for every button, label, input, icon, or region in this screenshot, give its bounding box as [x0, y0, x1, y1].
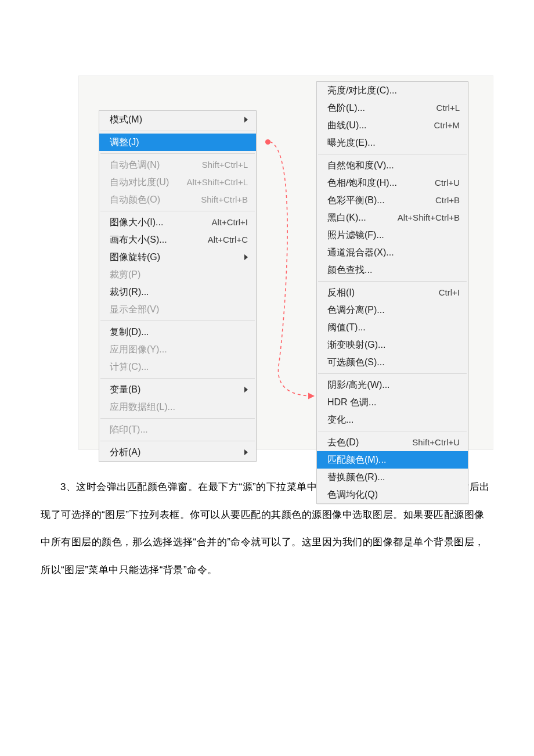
menu-item-vibrance[interactable]: 自然饱和度(V)... [317, 157, 468, 174]
menu-item-shortcut: Alt+Ctrl+I [211, 216, 248, 229]
menu-item-curves[interactable]: 曲线(U)...Ctrl+M [317, 117, 468, 134]
menu-separator [100, 441, 255, 441]
menu-separator [100, 153, 255, 154]
menu-item-label: 画布大小(S)... [110, 233, 167, 246]
menu-item-label: 通道混合器(X)... [327, 246, 394, 259]
menu-item-label: 自然饱和度(V)... [327, 159, 394, 172]
menu-item-shortcut: Ctrl+U [435, 177, 460, 189]
menu-item-label: 图像旋转(G) [110, 251, 160, 264]
menu-item-label: 曝光度(E)... [327, 136, 376, 149]
menu-item-label: 色阶(L)... [327, 102, 365, 114]
menu-item-hue-saturation[interactable]: 色相/饱和度(H)...Ctrl+U [317, 174, 468, 192]
menu-item-shortcut: Ctrl+B [435, 194, 460, 207]
menu-item-crop[interactable]: 裁剪(P) [99, 266, 256, 283]
menu-item-reveal-all[interactable]: 显示全部(V) [99, 301, 256, 318]
screenshot-area: 模式(M)调整(J)自动色调(N)Shift+Ctrl+L自动对比度(U)Alt… [78, 75, 493, 450]
menu-item-selective-color[interactable]: 可选颜色(S)... [317, 354, 468, 371]
menu-item-apply-image[interactable]: 应用图像(Y)... [99, 341, 256, 358]
menu-item-levels[interactable]: 色阶(L)...Ctrl+L [317, 99, 468, 117]
menu-item-shortcut: Shift+Ctrl+B [201, 193, 248, 206]
menu-item-calculations[interactable]: 计算(C)... [99, 358, 256, 376]
menu-item-apply-data-set[interactable]: 应用数据组(L)... [99, 398, 256, 416]
menu-item-label: 裁切(R)... [110, 286, 149, 298]
submenu-arrow-icon [244, 449, 248, 455]
submenu-arrow-icon [244, 387, 248, 393]
menu-item-canvas-size[interactable]: 画布大小(S)...Alt+Ctrl+C [99, 231, 256, 249]
menu-item-color-balance[interactable]: 色彩平衡(B)...Ctrl+B [317, 192, 468, 209]
menu-item-label: 调整(J) [110, 136, 139, 149]
menu-item-label: 曲线(U)... [327, 119, 367, 132]
menu-separator [318, 154, 467, 154]
menu-item-brightness-contrast[interactable]: 亮度/对比度(C)... [317, 82, 468, 99]
menu-separator [100, 378, 255, 379]
menu-item-trim[interactable]: 裁切(R)... [99, 283, 256, 301]
menu-item-shadows-highlights[interactable]: 阴影/高光(W)... [317, 376, 468, 394]
menu-item-label: 阴影/高光(W)... [327, 379, 390, 391]
menu-item-label: 色彩平衡(B)... [327, 194, 385, 207]
menu-item-image-rotate[interactable]: 图像旋转(G) [99, 249, 256, 266]
menu-item-label: 计算(C)... [110, 361, 149, 373]
menu-item-posterize[interactable]: 色调分离(P)... [317, 301, 468, 319]
menu-item-shortcut: Ctrl+I [439, 286, 460, 299]
menu-item-analysis[interactable]: 分析(A) [99, 444, 256, 461]
menu-item-label: 自动颜色(O) [110, 193, 160, 206]
menu-item-label: 反相(I) [327, 286, 355, 299]
image-menu: 模式(M)调整(J)自动色调(N)Shift+Ctrl+L自动对比度(U)Alt… [99, 110, 257, 462]
menu-separator [318, 373, 467, 374]
menu-item-label: 变化... [327, 413, 353, 426]
menu-item-adjust[interactable]: 调整(J) [99, 134, 256, 151]
menu-item-label: 模式(M) [110, 113, 142, 126]
menu-item-shortcut: Alt+Shift+Ctrl+B [398, 211, 460, 224]
menu-item-label: 亮度/对比度(C)... [327, 84, 397, 97]
menu-item-label: 色调分离(P)... [327, 304, 385, 316]
menu-item-label: 变量(B) [110, 383, 140, 396]
menu-item-gradient-map[interactable]: 渐变映射(G)... [317, 336, 468, 354]
menu-item-match-color[interactable]: 匹配颜色(M)... [317, 451, 468, 469]
menu-item-variations[interactable]: 变化... [317, 411, 468, 429]
menu-item-label: 可选颜色(S)... [327, 356, 385, 369]
menu-item-shortcut: Shift+Ctrl+U [412, 436, 460, 449]
menu-item-label: 分析(A) [110, 446, 140, 459]
menu-item-shortcut: Alt+Ctrl+C [208, 233, 248, 246]
menu-item-variables[interactable]: 变量(B) [99, 381, 256, 398]
menu-item-label: 黑白(K)... [327, 211, 366, 224]
menu-item-photo-filter[interactable]: 照片滤镜(F)... [317, 226, 468, 244]
menu-item-black-white[interactable]: 黑白(K)...Alt+Shift+Ctrl+B [317, 209, 468, 226]
menu-item-shortcut: Alt+Shift+Ctrl+L [187, 176, 248, 189]
menu-item-color-lookup[interactable]: 颜色查找... [317, 261, 468, 279]
menu-item-equalize[interactable]: 色调均化(Q) [317, 486, 468, 503]
menu-item-label: 自动色调(N) [110, 159, 160, 171]
menu-item-replace-color[interactable]: 替换颜色(R)... [317, 469, 468, 486]
submenu-arrow-icon [244, 117, 248, 123]
menu-item-label: 去色(D) [327, 436, 359, 449]
menu-item-label: HDR 色调... [327, 396, 376, 409]
submenu-arrow-icon [244, 254, 248, 260]
menu-item-label: 复制(D)... [110, 326, 149, 339]
menu-item-threshold[interactable]: 阈值(T)... [317, 319, 468, 336]
menu-item-auto-color[interactable]: 自动颜色(O)Shift+Ctrl+B [99, 191, 256, 208]
menu-item-mode[interactable]: 模式(M) [99, 111, 256, 128]
menu-item-invert[interactable]: 反相(I)Ctrl+I [317, 284, 468, 301]
menu-item-channel-mixer[interactable]: 通道混合器(X)... [317, 244, 468, 261]
menu-separator [318, 281, 467, 282]
menu-item-label: 照片滤镜(F)... [327, 229, 384, 242]
menu-item-trap[interactable]: 陷印(T)... [99, 421, 256, 438]
menu-item-label: 颜色查找... [327, 264, 372, 276]
menu-item-label: 渐变映射(G)... [327, 339, 385, 351]
annotation-dot [265, 139, 270, 145]
menu-item-auto-tone[interactable]: 自动色调(N)Shift+Ctrl+L [99, 156, 256, 174]
menu-separator [100, 131, 255, 131]
menu-item-shortcut: Ctrl+M [434, 119, 460, 132]
menu-item-hdr-toning[interactable]: HDR 色调... [317, 394, 468, 411]
menu-item-image-size[interactable]: 图像大小(I)...Alt+Ctrl+I [99, 214, 256, 231]
menu-item-label: 色相/饱和度(H)... [327, 177, 397, 189]
menu-separator [100, 418, 255, 419]
menu-item-desaturate[interactable]: 去色(D)Shift+Ctrl+U [317, 434, 468, 451]
menu-item-shortcut: Shift+Ctrl+L [202, 159, 248, 171]
menu-item-exposure[interactable]: 曝光度(E)... [317, 134, 468, 152]
menu-item-auto-contrast[interactable]: 自动对比度(U)Alt+Shift+Ctrl+L [99, 174, 256, 191]
adjust-submenu: 亮度/对比度(C)...色阶(L)...Ctrl+L曲线(U)...Ctrl+M… [316, 81, 468, 504]
menu-separator [318, 431, 467, 431]
menu-item-label: 自动对比度(U) [110, 176, 169, 189]
menu-item-duplicate[interactable]: 复制(D)... [99, 323, 256, 341]
